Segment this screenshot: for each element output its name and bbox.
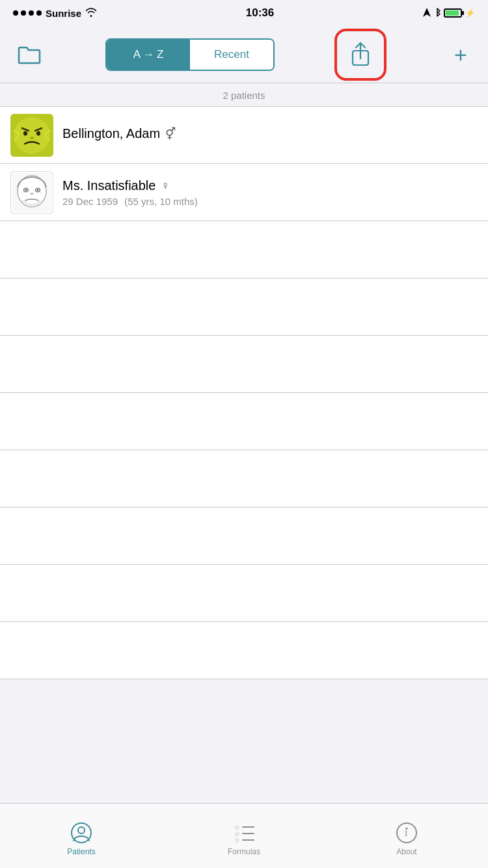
status-bar: Sunrise 10:36 ⚡ — [0, 0, 488, 26]
carrier-label: Sunrise — [46, 8, 81, 19]
patient-count: 2 patients — [0, 83, 488, 106]
svg-point-5 — [23, 131, 27, 135]
svg-point-17 — [78, 827, 85, 834]
list-item — [0, 508, 488, 565]
patient-dob: 29 Dec 1959 (55 yrs, 10 mths) — [62, 196, 478, 207]
svg-point-11 — [25, 189, 27, 191]
dot-2 — [21, 10, 26, 16]
dot-3 — [29, 10, 34, 16]
sort-az-label: A — [133, 48, 141, 61]
signal-dots — [13, 10, 42, 16]
sort-segmented-control[interactable]: A → Z Recent — [105, 38, 275, 71]
formulas-tab-icon: ☆ ☆ ☆ — [232, 821, 256, 845]
tab-bar: Patients ☆ ☆ ☆ Formulas i Abo — [0, 803, 488, 868]
gender-icon-male: ⚥ — [165, 127, 176, 141]
sort-az-button[interactable]: A → Z — [107, 40, 190, 70]
main-content: 2 patients — [0, 83, 488, 803]
patients-tab-label: Patients — [67, 847, 95, 856]
status-right: ⚡ — [423, 8, 475, 19]
list-item — [0, 278, 488, 336]
folder-button[interactable] — [13, 38, 46, 71]
patients-tab-icon — [70, 821, 93, 845]
svg-point-6 — [36, 131, 40, 135]
patient-name-row: Bellington, Adam ⚥ — [62, 126, 478, 141]
share-button-highlight — [334, 29, 386, 81]
share-button[interactable] — [341, 35, 380, 74]
location-icon — [423, 8, 431, 19]
battery-fill — [446, 10, 459, 16]
gender-icon-female: ♀ — [161, 179, 170, 193]
wifi-icon — [85, 8, 97, 19]
svg-point-13 — [37, 189, 39, 191]
sort-arrow-icon: → — [143, 48, 154, 61]
svg-text:☆: ☆ — [234, 837, 240, 844]
patient-avatar-sketch — [10, 171, 53, 214]
sort-recent-label: Recent — [214, 48, 249, 61]
dot-1 — [13, 10, 18, 16]
list-item — [0, 622, 488, 679]
dob-text: 29 Dec 1959 — [62, 196, 118, 207]
table-row[interactable]: Ms. Insatisfiable ♀ 29 Dec 1959 (55 yrs,… — [0, 164, 488, 221]
list-item — [0, 565, 488, 622]
add-icon: + — [454, 44, 467, 66]
svg-point-7 — [30, 137, 34, 139]
nav-bar: A → Z Recent + — [0, 26, 488, 83]
about-tab-icon: i — [395, 821, 418, 845]
list-item — [0, 221, 488, 278]
status-left: Sunrise — [13, 8, 97, 19]
patient-avatar-tennis — [10, 114, 53, 157]
patient-name: Ms. Insatisfiable — [62, 178, 156, 193]
status-time: 10:36 — [246, 7, 274, 20]
patient-name: Bellington, Adam — [62, 126, 160, 141]
table-row[interactable]: Bellington, Adam ⚥ — [0, 107, 488, 164]
charging-icon: ⚡ — [465, 8, 475, 18]
about-tab-label: About — [396, 847, 416, 856]
avatar — [10, 114, 53, 157]
tab-formulas[interactable]: ☆ ☆ ☆ Formulas — [163, 816, 325, 856]
sort-z-label: Z — [157, 48, 163, 61]
patient-name-row: Ms. Insatisfiable ♀ — [62, 178, 478, 193]
add-patient-button[interactable]: + — [446, 40, 475, 69]
list-item — [0, 393, 488, 450]
bluetooth-icon — [434, 8, 441, 19]
patient-list: Bellington, Adam ⚥ — [0, 106, 488, 679]
dot-4 — [36, 10, 42, 16]
svg-point-26 — [406, 827, 408, 829]
formulas-tab-label: Formulas — [228, 847, 260, 856]
tab-about[interactable]: i About — [325, 816, 488, 856]
tab-patients[interactable]: Patients — [0, 816, 163, 856]
age-text: (55 yrs, 10 mths) — [124, 196, 198, 207]
battery-icon — [444, 8, 462, 18]
avatar — [10, 171, 53, 214]
sort-recent-button[interactable]: Recent — [190, 40, 273, 70]
patient-info: Bellington, Adam ⚥ — [62, 126, 478, 144]
list-item — [0, 336, 488, 393]
patient-info: Ms. Insatisfiable ♀ 29 Dec 1959 (55 yrs,… — [62, 178, 478, 207]
list-item — [0, 450, 488, 508]
